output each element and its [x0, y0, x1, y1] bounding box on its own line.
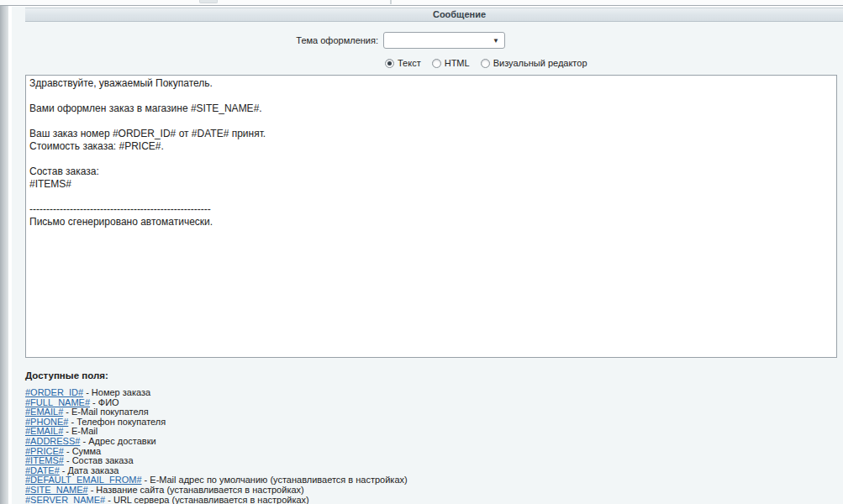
- field-placeholder-link[interactable]: #EMAIL#: [25, 407, 63, 417]
- field-description: - E-Mail: [63, 426, 97, 436]
- field-description: - Название сайта (устанавливается в наст…: [88, 485, 304, 495]
- section-title: Сообщение: [433, 9, 486, 19]
- available-fields-section: Доступные поля: #ORDER_ID# - Номер заказ…: [25, 370, 832, 504]
- field-placeholder-link[interactable]: #SITE_NAME#: [25, 485, 88, 495]
- page: Сообщение Тема оформления: ▼ Текст HTML …: [0, 0, 843, 504]
- radio-label[interactable]: Текст: [398, 58, 421, 68]
- list-item: #ADDRESS# - Адрес доставки: [25, 437, 832, 447]
- list-item: #SERVER_NAME# - URL сервера (устанавлива…: [25, 496, 832, 504]
- window-left-edge: [0, 6, 8, 504]
- field-description: - E-Mail покупателя: [63, 407, 148, 417]
- field-description: - Сумма: [64, 446, 101, 456]
- field-description: - URL сервера (устанавливается в настрой…: [105, 495, 309, 504]
- window-top-edge: [0, 0, 843, 6]
- theme-select[interactable]: ▼: [383, 32, 505, 49]
- radio-label[interactable]: Визуальный редактор: [493, 58, 587, 68]
- field-placeholder-link[interactable]: #DATE#: [25, 465, 60, 475]
- editor-mode-option: Визуальный редактор: [481, 58, 587, 68]
- field-placeholder-link[interactable]: #DEFAULT_EMAIL_FROM#: [25, 475, 142, 485]
- field-description: - Номер заказа: [83, 387, 150, 397]
- message-panel: Сообщение Тема оформления: ▼ Текст HTML …: [12, 7, 843, 504]
- editor-mode-option: HTML: [432, 58, 470, 68]
- editor-mode-option: Текст: [385, 58, 421, 68]
- field-placeholder-link[interactable]: #PHONE#: [25, 417, 68, 427]
- field-placeholder-link[interactable]: #PRICE#: [25, 446, 64, 456]
- available-fields-list: #ORDER_ID# - Номер заказа #FULL_NAME# - …: [25, 388, 832, 504]
- available-fields-heading: Доступные поля:: [25, 370, 832, 381]
- field-placeholder-link[interactable]: #ORDER_ID#: [25, 387, 83, 397]
- radio-button[interactable]: [432, 59, 441, 68]
- radio-label[interactable]: HTML: [445, 58, 470, 68]
- field-description: - E-Mail адрес по умолчанию (устанавлива…: [142, 475, 408, 485]
- theme-row: Тема оформления: ▼: [12, 32, 843, 49]
- list-item: #ORDER_ID# - Номер заказа: [25, 388, 832, 398]
- message-textarea[interactable]: Здравствуйте, уважаемый Покупатель. Вами…: [25, 75, 837, 358]
- theme-label: Тема оформления:: [12, 32, 378, 49]
- field-placeholder-link[interactable]: #ITEMS#: [25, 455, 64, 465]
- radio-button[interactable]: [385, 59, 394, 68]
- field-description: - Адрес доставки: [80, 436, 155, 446]
- field-placeholder-link[interactable]: #EMAIL#: [25, 426, 63, 436]
- field-description: - Телефон покупателя: [68, 417, 166, 427]
- editor-mode-row: Текст HTML Визуальный редактор: [385, 57, 587, 69]
- field-description: - Состав заказа: [64, 455, 134, 465]
- radio-button[interactable]: [481, 59, 490, 68]
- field-description: - ФИО: [90, 397, 119, 407]
- field-placeholder-link[interactable]: #SERVER_NAME#: [25, 495, 105, 504]
- list-item: #PRICE# - Сумма: [25, 447, 832, 457]
- field-placeholder-link[interactable]: #FULL_NAME#: [25, 397, 90, 407]
- tab-remnant: [390, 0, 392, 4]
- field-description: - Дата заказа: [60, 465, 119, 475]
- list-item: #PHONE# - Телефон покупателя: [25, 417, 832, 428]
- dropdown-arrow-icon: ▼: [493, 37, 499, 45]
- section-header: Сообщение: [25, 8, 843, 22]
- list-item: #ITEMS# - Состав заказа: [25, 456, 832, 466]
- field-placeholder-link[interactable]: #ADDRESS#: [25, 436, 80, 446]
- tab-remnant: [199, 0, 218, 3]
